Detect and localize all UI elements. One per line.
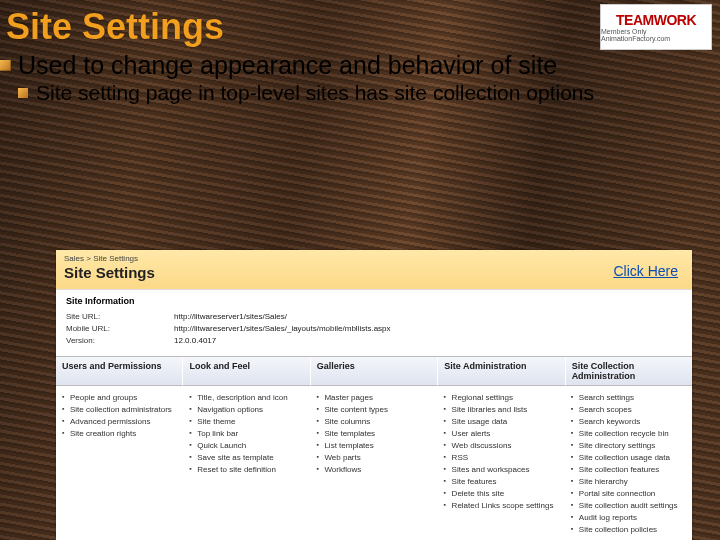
info-row-version: Version: 12.0.0.4017 xyxy=(66,336,682,345)
setting-link[interactable]: Search settings xyxy=(571,392,688,404)
info-value: 12.0.0.4017 xyxy=(174,336,216,345)
logo-sub: Members Only AnimationFactory.com xyxy=(601,28,711,42)
setting-link[interactable]: Site content types xyxy=(316,404,433,416)
setting-link[interactable]: Reset to site definition xyxy=(189,464,306,476)
setting-link[interactable]: Site collection features xyxy=(571,464,688,476)
col-sitecoll: Search settings Search scopes Search key… xyxy=(565,392,692,536)
col-header-galleries: Galleries xyxy=(311,357,438,386)
setting-link[interactable]: Site theme xyxy=(189,416,306,428)
site-settings-screenshot: Sales > Site Settings Site Settings Clic… xyxy=(56,250,692,540)
setting-link[interactable]: Site columns xyxy=(316,416,433,428)
col-users: People and groups Site collection admini… xyxy=(56,392,183,536)
breadcrumb[interactable]: Sales > Site Settings xyxy=(64,254,155,263)
setting-link[interactable]: People and groups xyxy=(62,392,179,404)
info-label: Mobile URL: xyxy=(66,324,174,333)
setting-link[interactable]: Quick Launch xyxy=(189,440,306,452)
teamwork-logo: TEAMWORK Members Only AnimationFactory.c… xyxy=(600,4,712,50)
page-title: Site Settings xyxy=(64,264,155,281)
setting-link[interactable]: Portal site connection xyxy=(571,488,688,500)
site-info-title: Site Information xyxy=(66,296,682,306)
breadcrumb-stack: Sales > Site Settings Site Settings xyxy=(64,254,155,281)
bullet-list-2: Site setting page in top-level sites has… xyxy=(18,80,720,105)
setting-link[interactable]: Title, description and icon xyxy=(189,392,306,404)
setting-link[interactable]: Search scopes xyxy=(571,404,688,416)
bullet-1-text: Used to change appearance and behavior o… xyxy=(18,51,557,79)
setting-link[interactable]: RSS xyxy=(444,452,561,464)
setting-link[interactable]: Site directory settings xyxy=(571,440,688,452)
site-information-section: Site Information Site URL: http://litwar… xyxy=(56,289,692,356)
setting-link[interactable]: Site collection audit settings xyxy=(571,500,688,512)
col-header-users: Users and Permissions xyxy=(56,357,183,386)
setting-link[interactable]: Master pages xyxy=(316,392,433,404)
columns-header-row: Users and Permissions Look and Feel Gall… xyxy=(56,356,692,386)
setting-link[interactable]: Web parts xyxy=(316,452,433,464)
setting-link[interactable]: Site libraries and lists xyxy=(444,404,561,416)
col-look: Title, description and icon Navigation o… xyxy=(183,392,310,536)
setting-link[interactable]: List templates xyxy=(316,440,433,452)
setting-link[interactable]: Site creation rights xyxy=(62,428,179,440)
setting-link[interactable]: Save site as template xyxy=(189,452,306,464)
setting-link[interactable]: Navigation options xyxy=(189,404,306,416)
setting-link[interactable]: Sites and workspaces xyxy=(444,464,561,476)
logo-brand: TEAMWORK xyxy=(616,12,696,28)
setting-link[interactable]: Regional settings xyxy=(444,392,561,404)
slide-root: Site Settings TEAMWORK Members Only Anim… xyxy=(0,0,720,540)
setting-link[interactable]: Site collection recycle bin xyxy=(571,428,688,440)
setting-link[interactable]: Workflows xyxy=(316,464,433,476)
setting-link[interactable]: Related Links scope settings xyxy=(444,500,561,512)
setting-link[interactable]: Audit log reports xyxy=(571,512,688,524)
setting-link[interactable]: Site collection administrators xyxy=(62,404,179,416)
header-bar: Sales > Site Settings Site Settings Clic… xyxy=(56,250,692,289)
bullet-2: Site setting page in top-level sites has… xyxy=(18,80,720,105)
setting-link[interactable]: Site features xyxy=(444,476,561,488)
click-here-link[interactable]: Click Here xyxy=(613,263,678,279)
info-label: Site URL: xyxy=(66,312,174,321)
col-galleries: Master pages Site content types Site col… xyxy=(310,392,437,536)
info-row-mobile: Mobile URL: http://litwareserver1/sites/… xyxy=(66,324,682,333)
setting-link[interactable]: Site collection policies xyxy=(571,524,688,536)
bullet-1: Used to change appearance and behavior o… xyxy=(0,50,720,105)
setting-link[interactable]: Site collection usage data xyxy=(571,452,688,464)
info-row-url: Site URL: http://litwareserver1/sites/Sa… xyxy=(66,312,682,321)
info-label: Version: xyxy=(66,336,174,345)
columns-body: People and groups Site collection admini… xyxy=(56,386,692,540)
setting-link[interactable]: Search keywords xyxy=(571,416,688,428)
col-header-siteadmin: Site Administration xyxy=(438,357,565,386)
setting-link[interactable]: Site templates xyxy=(316,428,433,440)
setting-link[interactable]: User alerts xyxy=(444,428,561,440)
setting-link[interactable]: Site hierarchy xyxy=(571,476,688,488)
setting-link[interactable]: Top link bar xyxy=(189,428,306,440)
slide-title: Site Settings xyxy=(0,0,224,48)
info-value: http://litwareserver1/sites/Sales/ xyxy=(174,312,287,321)
info-value: http://litwareserver1/sites/Sales/_layou… xyxy=(174,324,391,333)
setting-link[interactable]: Web discussions xyxy=(444,440,561,452)
setting-link[interactable]: Delete this site xyxy=(444,488,561,500)
bullet-list-1: Used to change appearance and behavior o… xyxy=(0,50,720,105)
col-siteadmin: Regional settings Site libraries and lis… xyxy=(438,392,565,536)
setting-link[interactable]: Site usage data xyxy=(444,416,561,428)
col-header-look: Look and Feel xyxy=(183,357,310,386)
col-header-sitecoll: Site Collection Administration xyxy=(566,357,692,386)
bullet-2-text: Site setting page in top-level sites has… xyxy=(36,81,594,104)
title-bar: Site Settings TEAMWORK Members Only Anim… xyxy=(0,0,720,50)
setting-link[interactable]: Advanced permissions xyxy=(62,416,179,428)
